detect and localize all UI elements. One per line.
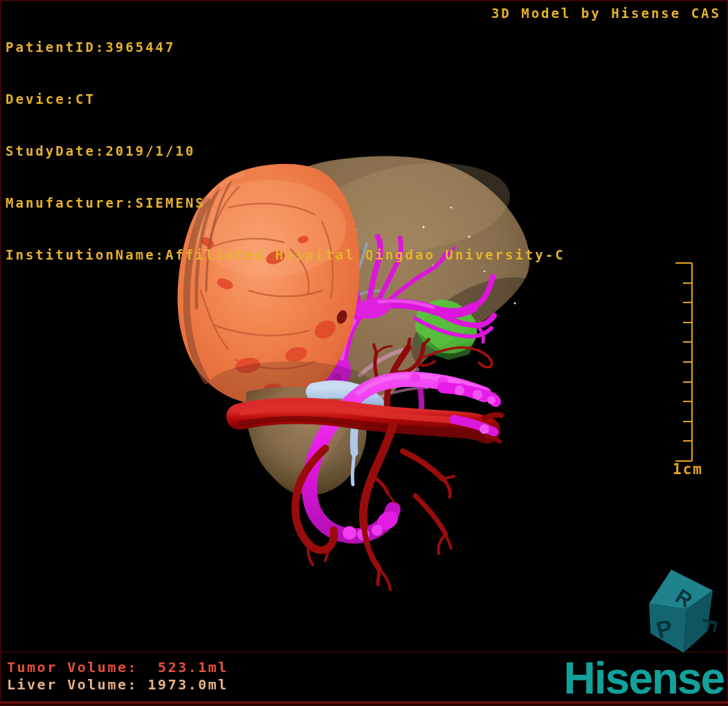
view-title: 3D Model by Hisense CAS — [491, 6, 721, 21]
scale-label: 1cm — [673, 461, 703, 478]
institution-line: InstitutionName:Affiliated Hospital Qing… — [6, 246, 565, 264]
viewport-frame-bottom — [0, 701, 728, 704]
hisense-logo: Hisense — [564, 656, 724, 700]
tumor-volume-readout: Tumor Volume: 523.1ml — [7, 659, 228, 676]
device-line: Device:CT — [6, 91, 565, 108]
orientation-cube[interactable]: R P F — [640, 564, 723, 661]
liver-volume-readout: Liver Volume: 1973.0ml — [7, 676, 228, 693]
3d-model-viewport[interactable]: PatientID:3965447 Device:CT StudyDate:20… — [0, 0, 728, 706]
manufacturer-line: Manufacturer:SIEMENS — [6, 194, 565, 212]
patient-id-line: PatientID:3965447 — [6, 39, 565, 56]
study-date-line: StudyDate:2019/1/10 — [6, 143, 565, 160]
patient-info-overlay: PatientID:3965447 Device:CT StudyDate:20… — [6, 4, 565, 298]
